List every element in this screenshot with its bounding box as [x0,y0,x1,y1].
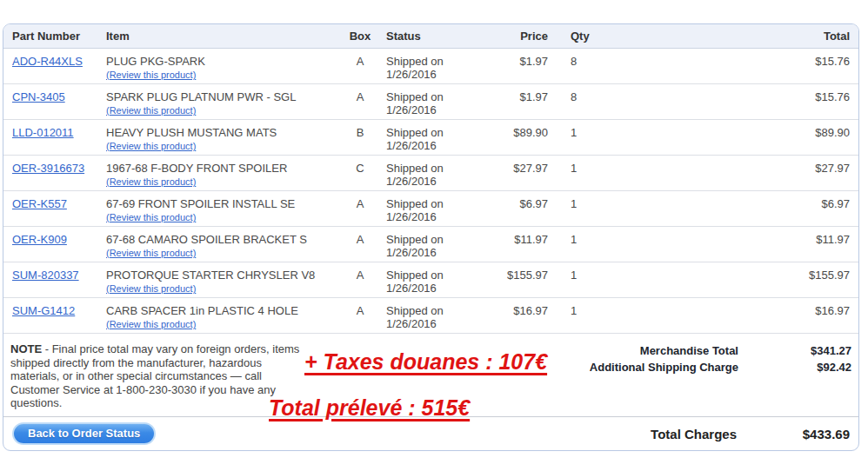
table-row: ADO-R44XLS PLUG PKG-SPARK (Review this p… [3,49,858,84]
column-header-qty: Qty [548,30,611,43]
total-cell: $15.76 [611,90,858,119]
part-number-link[interactable]: CPN-3405 [12,90,65,103]
part-number-link[interactable]: ADO-R44XLS [12,55,83,68]
box-cell: A [341,269,379,297]
shipping-charge-row: Additional Shipping Charge $92.42 [521,359,851,375]
back-to-order-status-button[interactable]: Back to Order Status [12,422,156,445]
part-number-cell: OER-3916673 [3,162,106,190]
column-header-price: Price [471,30,548,43]
handwritten-total-levied-annotation: Total prélevé : 515€ [269,395,470,421]
part-number-link[interactable]: OER-K909 [12,233,67,246]
item-name: SPARK PLUG PLATNUM PWR - SGL [106,90,341,103]
handwritten-customs-tax-annotation: + Taxes douanes : 107€ [304,349,547,375]
total-cell: $11.97 [611,233,858,262]
note-title: NOTE [10,342,42,355]
qty-cell: 1 [548,162,611,190]
charges-summary: Merchandise Total $341.27 Additional Shi… [521,342,851,375]
total-cell: $16.97 [611,304,858,333]
status-line-2: 1/26/2016 [386,139,471,152]
merchandise-total-label: Merchandise Total [521,342,738,359]
status-line-1: Shipped on [386,269,471,282]
qty-cell: 1 [548,269,611,297]
price-cell: $6.97 [471,197,548,226]
item-cell: CARB SPACER 1in PLASTIC 4 HOLE (Review t… [106,304,341,333]
review-product-link[interactable]: (Review this product) [106,105,196,116]
status-cell: Shipped on 1/26/2016 [379,197,471,226]
shipping-charge-value: $92.42 [738,359,851,375]
review-product-link[interactable]: (Review this product) [106,141,196,151]
item-cell: PLUG PKG-SPARK (Review this product) [106,55,341,83]
column-header-part-number: Part Number [3,30,106,43]
status-line-1: Shipped on [386,304,471,317]
table-footer-row: Back to Order Status Total Charges $433.… [3,417,858,450]
status-line-1: Shipped on [386,126,471,139]
status-line-1: Shipped on [386,197,471,210]
total-cell: $155.97 [611,269,858,297]
table-row: OER-3916673 1967-68 F-BODY FRONT SPOILER… [3,156,858,191]
status-line-2: 1/26/2016 [386,246,471,259]
review-product-link[interactable]: (Review this product) [106,319,196,329]
shipping-charge-label: Additional Shipping Charge [521,359,738,375]
item-name: 67-68 CAMARO SPOILER BRACKET S [106,233,341,246]
price-cell: $89.90 [471,126,548,155]
total-charges-value: $433.69 [737,427,858,441]
table-row: OER-K557 67-69 FRONT SPOILER INSTALL SE … [3,191,858,227]
price-cell: $11.97 [471,233,548,262]
qty-cell: 8 [548,55,611,83]
total-charges-label: Total Charges [651,427,737,441]
merchandise-total-value: $341.27 [738,342,851,359]
table-row: LLD-012011 HEAVY PLUSH MUSTANG MATS (Rev… [3,120,858,156]
box-cell: C [341,162,379,190]
part-number-link[interactable]: LLD-012011 [12,126,74,139]
price-cell: $155.97 [471,269,548,297]
qty-cell: 8 [548,90,611,119]
item-cell: 67-69 FRONT SPOILER INSTALL SE (Review t… [106,197,341,226]
qty-cell: 1 [548,197,611,226]
box-cell: A [341,233,379,262]
item-cell: 1967-68 F-BODY FRONT SPOILER (Review thi… [106,162,341,190]
part-number-link[interactable]: SUM-820337 [12,269,79,282]
status-line-2: 1/26/2016 [386,282,471,295]
total-cell: $27.97 [611,162,858,190]
status-cell: Shipped on 1/26/2016 [379,126,471,155]
status-line-1: Shipped on [386,233,471,246]
review-product-link[interactable]: (Review this product) [106,212,196,222]
status-line-2: 1/26/2016 [386,68,471,81]
qty-cell: 1 [548,126,611,155]
review-product-link[interactable]: (Review this product) [106,176,196,187]
item-cell: 67-68 CAMARO SPOILER BRACKET S (Review t… [106,233,341,262]
status-line-1: Shipped on [386,55,471,68]
item-cell: PROTORQUE STARTER CHRYSLER V8 (Review th… [106,269,341,297]
table-row: CPN-3405 SPARK PLUG PLATNUM PWR - SGL (R… [3,84,858,120]
part-number-link[interactable]: OER-3916673 [12,162,84,175]
part-number-cell: LLD-012011 [3,126,106,155]
part-number-link[interactable]: SUM-G1412 [12,304,75,317]
note-body: - Final price total may vary on foreign … [10,342,299,409]
table-row: OER-K909 67-68 CAMARO SPOILER BRACKET S … [3,227,858,262]
price-cell: $27.97 [471,162,548,190]
price-cell: $1.97 [471,55,548,83]
table-header-row: Part Number Item Box Status Price Qty To… [3,24,858,49]
price-cell: $16.97 [471,304,548,333]
item-name: PLUG PKG-SPARK [106,55,341,68]
status-line-2: 1/26/2016 [386,210,471,223]
price-cell: $1.97 [471,90,548,119]
review-product-link[interactable]: (Review this product) [106,283,196,294]
item-name: HEAVY PLUSH MUSTANG MATS [106,126,341,139]
review-product-link[interactable]: (Review this product) [106,248,196,258]
status-cell: Shipped on 1/26/2016 [379,90,471,119]
status-cell: Shipped on 1/26/2016 [379,55,471,83]
box-cell: B [341,126,379,155]
status-line-2: 1/26/2016 [386,103,471,116]
column-header-box: Box [341,30,379,43]
box-cell: A [341,55,379,83]
total-cell: $15.76 [611,55,858,83]
part-number-link[interactable]: OER-K557 [12,197,67,210]
box-cell: A [341,90,379,119]
total-cell: $6.97 [611,197,858,226]
foreign-order-note: NOTE - Final price total may vary on for… [10,342,313,410]
status-line-1: Shipped on [386,162,471,175]
item-name: 67-69 FRONT SPOILER INSTALL SE [106,197,341,210]
item-name: 1967-68 F-BODY FRONT SPOILER [106,162,341,175]
review-product-link[interactable]: (Review this product) [106,70,196,80]
